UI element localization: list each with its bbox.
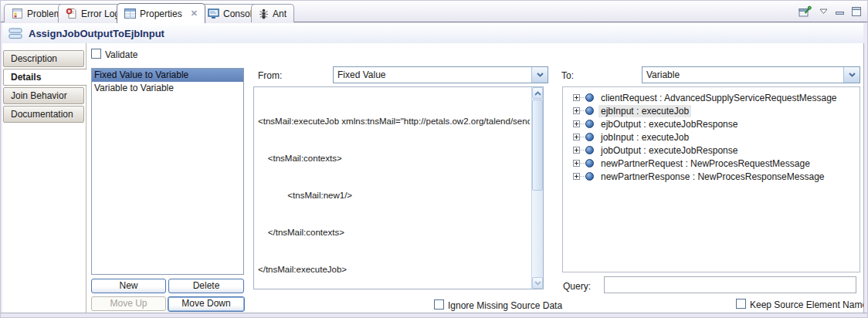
view-toolbar bbox=[798, 5, 861, 18]
sidebar-item-join-behavior[interactable]: Join Behavior bbox=[3, 87, 84, 104]
delete-button[interactable]: Delete bbox=[168, 279, 244, 293]
tree-row[interactable]: newPartnerResponse : NewProcesResponseMe… bbox=[563, 170, 860, 183]
properties-icon bbox=[124, 8, 136, 19]
variables-tree[interactable]: clientRequest : AdvancedSupplyServiceReq… bbox=[562, 86, 860, 272]
assign-activity-icon bbox=[8, 28, 23, 39]
fixed-value-textarea[interactable]: <tnsMail:executeJob xmlns:tnsMail="http:… bbox=[253, 86, 544, 289]
validate-checkbox[interactable] bbox=[91, 49, 101, 59]
view-header: AssignJobOutputToEjbInput bbox=[2, 23, 863, 43]
ant-icon bbox=[259, 8, 269, 19]
expand-plus-icon[interactable] bbox=[573, 120, 580, 127]
tree-connector bbox=[580, 150, 585, 151]
tree-row[interactable]: jobInput : executeJob bbox=[563, 130, 860, 144]
tree-row[interactable]: ejbOutput : executeJobResponse bbox=[563, 117, 860, 130]
tree-row[interactable]: newPartnerRequest : NewProcesRequestMess… bbox=[563, 157, 860, 170]
view-menu-icon[interactable] bbox=[819, 8, 828, 15]
maximize-icon[interactable] bbox=[852, 7, 861, 16]
tree-item-label[interactable]: ejbInput : executeJob bbox=[598, 105, 691, 117]
keep-source-element-name-checkbox[interactable] bbox=[736, 299, 746, 309]
move-up-button[interactable]: Move Up bbox=[91, 296, 166, 311]
from-label: From: bbox=[258, 70, 282, 81]
sidebar-item-label: Description bbox=[11, 53, 57, 64]
tree-row[interactable]: ejbInput : executeJob bbox=[563, 104, 860, 117]
tree-row[interactable]: jobOutput : executeJobResponse bbox=[563, 144, 860, 157]
pin-view-icon[interactable] bbox=[798, 5, 812, 18]
xml-line: </tnsMail:executeJob> bbox=[258, 263, 530, 276]
to-combo[interactable]: Variable bbox=[642, 66, 860, 83]
variable-icon bbox=[585, 172, 594, 181]
variable-icon bbox=[585, 120, 594, 128]
scroll-down-icon[interactable] bbox=[532, 277, 543, 289]
properties-view: Problems Error Log Properties Console bbox=[0, 0, 868, 318]
details-panel: Description Details Join Behavior Docume… bbox=[2, 43, 863, 313]
to-combo-value: Variable bbox=[643, 69, 843, 80]
variable-icon bbox=[585, 93, 594, 102]
scrollbar-thumb[interactable] bbox=[532, 100, 543, 191]
tree-connector bbox=[580, 97, 585, 98]
tab-label: Properties bbox=[140, 8, 182, 19]
xml-line: <tnsMail:new1/> bbox=[258, 189, 530, 201]
sidebar-item-description[interactable]: Description bbox=[3, 50, 84, 67]
chevron-down-icon[interactable] bbox=[531, 67, 548, 83]
view-tab-bar: Problems Error Log Properties Console bbox=[1, 1, 868, 22]
sidebar-item-label: Documentation bbox=[11, 109, 73, 120]
tab-ant[interactable]: Ant bbox=[251, 4, 294, 22]
tab-properties[interactable]: Properties bbox=[117, 3, 205, 23]
page-title: AssignJobOutputToEjbInput bbox=[29, 28, 164, 39]
expand-plus-icon[interactable] bbox=[573, 94, 580, 101]
tree-item-label[interactable]: newPartnerRequest : NewProcesRequestMess… bbox=[598, 157, 812, 170]
tree-connector bbox=[580, 137, 585, 137]
list-item[interactable]: Fixed Value to Variable bbox=[92, 69, 243, 82]
expand-plus-icon[interactable] bbox=[573, 107, 580, 114]
variable-icon bbox=[585, 133, 594, 141]
tree-item-label[interactable]: newPartnerResponse : NewProcesResponseMe… bbox=[598, 171, 826, 183]
expand-plus-icon[interactable] bbox=[573, 147, 580, 154]
query-label: Query: bbox=[563, 281, 591, 292]
tree-item-label[interactable]: clientRequest : AdvancedSupplyServiceReq… bbox=[598, 92, 839, 104]
expand-plus-icon[interactable] bbox=[573, 160, 580, 167]
assignment-listbox[interactable]: Fixed Value to Variable Variable to Vari… bbox=[91, 68, 244, 275]
console-icon bbox=[208, 8, 219, 19]
tab-label: Ant bbox=[273, 8, 287, 19]
sidebar-item-label: Details bbox=[11, 72, 41, 83]
move-down-button[interactable]: Move Down bbox=[168, 296, 245, 312]
tree-connector bbox=[580, 176, 585, 177]
sidebar-item-label: Join Behavior bbox=[11, 90, 67, 101]
tree-item-label[interactable]: jobInput : executeJob bbox=[598, 131, 691, 144]
xml-content: <tnsMail:executeJob xmlns:tnsMail="http:… bbox=[258, 90, 530, 287]
sidebar-item-details[interactable]: Details bbox=[3, 69, 87, 86]
tree-item-label[interactable]: jobOutput : executeJobResponse bbox=[598, 144, 740, 157]
from-combo[interactable]: Fixed Value bbox=[333, 66, 548, 83]
variable-icon bbox=[585, 159, 594, 167]
xml-line: <tnsMail:executeJob xmlns:tnsMail="http:… bbox=[258, 115, 530, 127]
vertical-scrollbar[interactable] bbox=[531, 87, 543, 289]
error-log-icon bbox=[66, 8, 77, 19]
variable-icon bbox=[585, 146, 594, 154]
validate-label: Validate bbox=[105, 49, 137, 60]
expand-plus-icon[interactable] bbox=[573, 173, 580, 180]
tree-item-label[interactable]: ejbOutput : executeJobResponse bbox=[598, 118, 740, 130]
ignore-missing-source-data-label: Ignore Missing Source Data bbox=[448, 300, 562, 311]
tree-connector bbox=[580, 163, 585, 164]
scroll-up-icon[interactable] bbox=[532, 87, 543, 99]
new-button[interactable]: New bbox=[91, 279, 166, 293]
chevron-down-icon[interactable] bbox=[843, 67, 860, 83]
tree-connector bbox=[580, 110, 585, 111]
tree-connector bbox=[580, 123, 585, 124]
minimize-icon[interactable] bbox=[836, 8, 844, 15]
tree-row[interactable]: clientRequest : AdvancedSupplyServiceReq… bbox=[563, 91, 860, 104]
keep-source-element-name-label: Keep Source Element Name bbox=[750, 299, 867, 310]
query-input[interactable] bbox=[604, 276, 856, 293]
xml-line: </tnsMail:contexts> bbox=[258, 226, 530, 238]
variable-icon bbox=[585, 107, 594, 115]
problems-icon bbox=[12, 8, 23, 19]
ignore-missing-source-data-checkbox[interactable] bbox=[434, 299, 444, 310]
list-item[interactable]: Variable to Variable bbox=[92, 82, 243, 95]
to-label: To: bbox=[561, 70, 574, 81]
sidebar-item-documentation[interactable]: Documentation bbox=[3, 106, 84, 123]
expand-plus-icon[interactable] bbox=[573, 134, 580, 140]
xml-line: <tnsMail:contexts> bbox=[258, 152, 530, 164]
from-combo-value: Fixed Value bbox=[334, 69, 531, 80]
close-icon[interactable] bbox=[191, 8, 198, 19]
view-right-edge bbox=[863, 43, 868, 313]
